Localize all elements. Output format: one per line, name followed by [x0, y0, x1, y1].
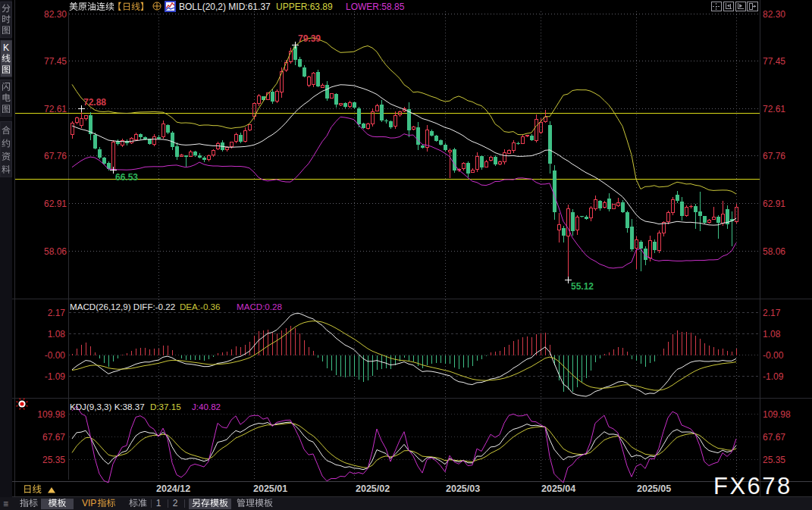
svg-text:K: K	[3, 42, 9, 53]
svg-text:MACD:0.28: MACD:0.28	[237, 302, 282, 311]
svg-text:1.08: 1.08	[48, 329, 66, 339]
svg-text:25.35: 25.35	[763, 455, 785, 465]
svg-text:VIP: VIP	[82, 498, 96, 508]
svg-text:58.06: 58.06	[44, 246, 67, 257]
svg-text:79.39: 79.39	[298, 33, 321, 44]
svg-text:25.35: 25.35	[42, 455, 65, 465]
svg-text:72.61: 72.61	[44, 104, 67, 114]
svg-text:67.76: 67.76	[763, 151, 785, 161]
svg-text:J:40.82: J:40.82	[192, 402, 221, 411]
svg-text:55.12: 55.12	[571, 281, 594, 292]
svg-text:58.06: 58.06	[763, 246, 785, 257]
svg-text:2025/03: 2025/03	[446, 483, 480, 494]
svg-text:109.98: 109.98	[763, 409, 791, 420]
svg-text:1.08: 1.08	[763, 329, 781, 339]
svg-text:DEA:-0.36: DEA:-0.36	[180, 302, 221, 311]
svg-text:72.61: 72.61	[763, 104, 785, 114]
svg-text:77.45: 77.45	[44, 56, 67, 67]
svg-text:67.67: 67.67	[42, 432, 65, 443]
svg-text:MACD(26,12,9) DIFF:-0.22: MACD(26,12,9) DIFF:-0.22	[70, 302, 175, 311]
svg-text:2: 2	[173, 498, 178, 508]
svg-text:72.88: 72.88	[83, 97, 106, 108]
svg-text:≡: ≡	[3, 499, 8, 509]
svg-text:82.30: 82.30	[763, 9, 785, 20]
svg-text:66.53: 66.53	[115, 172, 138, 183]
svg-text:KDJ(9,3,3) K:38.37: KDJ(9,3,3) K:38.37	[70, 402, 145, 411]
svg-text:2024/12: 2024/12	[156, 483, 190, 494]
svg-text:82.30: 82.30	[44, 9, 67, 20]
svg-text:62.91: 62.91	[763, 199, 785, 209]
svg-text:2025/02: 2025/02	[356, 483, 390, 494]
svg-text:2025/01: 2025/01	[253, 483, 287, 494]
svg-text:LOWER:58.85: LOWER:58.85	[346, 2, 405, 12]
svg-text:1: 1	[156, 498, 161, 508]
svg-text:-1.09: -1.09	[45, 371, 66, 382]
svg-text:FX678: FX678	[713, 473, 792, 499]
svg-text:BOLL(20,2) MID:61.37: BOLL(20,2) MID:61.37	[179, 2, 271, 12]
svg-text:-0.00: -0.00	[763, 350, 784, 361]
svg-text:77.45: 77.45	[763, 56, 785, 67]
svg-text:62.91: 62.91	[44, 199, 67, 209]
svg-text:-0.00: -0.00	[45, 350, 66, 361]
svg-text:D:37.15: D:37.15	[150, 402, 181, 411]
svg-text:2025/04: 2025/04	[541, 483, 575, 494]
svg-text:-1.09: -1.09	[763, 371, 784, 382]
svg-text:UPPER:63.89: UPPER:63.89	[276, 2, 333, 12]
svg-text:109.98: 109.98	[37, 409, 65, 420]
svg-text:2025/05: 2025/05	[637, 483, 671, 494]
svg-text:67.67: 67.67	[763, 432, 785, 443]
svg-text:2.17: 2.17	[48, 308, 66, 318]
svg-text:2.17: 2.17	[763, 308, 781, 318]
svg-text:67.76: 67.76	[44, 151, 67, 161]
